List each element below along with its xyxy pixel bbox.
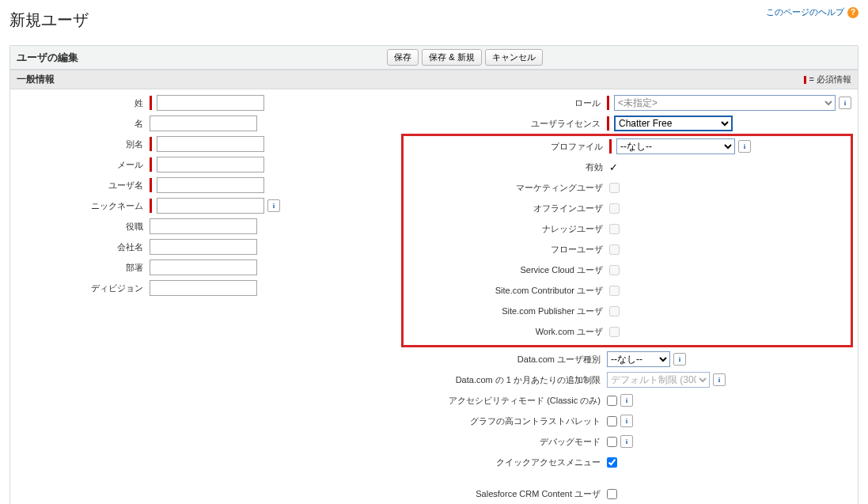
username-input[interactable] — [157, 177, 264, 193]
crm-content-user-checkbox[interactable] — [607, 489, 617, 499]
alias-input[interactable] — [157, 136, 264, 152]
help-link[interactable]: このページのヘルプ ? — [766, 6, 859, 18]
department-input[interactable] — [150, 260, 257, 275]
nickname-input[interactable] — [157, 198, 264, 214]
last-name-input[interactable] — [157, 95, 264, 111]
required-icon — [150, 96, 152, 110]
right-column: ロール <未指定> i ユーザライセンス Chatter Free プロファイル — [403, 94, 851, 504]
quick-access-checkbox[interactable] — [607, 457, 617, 468]
license-select[interactable]: Chatter Free — [614, 116, 733, 131]
debug-checkbox[interactable] — [607, 437, 617, 447]
nickname-label: ニックネーム — [17, 200, 150, 212]
required-icon — [150, 157, 152, 172]
offline-user-label: オフラインユーザ — [405, 203, 609, 214]
division-label: ディビジョン — [17, 282, 150, 294]
datacom-limit-label: Data.com の 1 か月あたりの追加制限 — [403, 374, 607, 386]
service-cloud-user-label: Service Cloud ユーザ — [405, 264, 609, 276]
datacom-limit-select: デフォルト制限 (300) — [607, 372, 710, 388]
required-legend: = 必須情報 — [804, 74, 851, 85]
section-title: 一般情報 — [17, 73, 55, 86]
active-label: 有効 — [405, 161, 609, 173]
cancel-button[interactable]: キャンセル — [485, 49, 543, 66]
help-icon: ? — [847, 7, 859, 18]
info-icon[interactable]: i — [620, 435, 633, 448]
info-icon[interactable]: i — [738, 140, 751, 153]
username-label: ユーザ名 — [17, 180, 150, 191]
title-label: 役職 — [17, 221, 150, 233]
info-icon[interactable]: i — [620, 394, 633, 407]
site-publisher-checkbox — [609, 306, 620, 316]
workcom-user-label: Work.com ユーザ — [405, 326, 609, 338]
service-cloud-user-checkbox — [609, 265, 620, 275]
info-icon[interactable]: i — [673, 353, 686, 366]
email-label: メール — [17, 159, 150, 171]
datacom-type-label: Data.com ユーザ種別 — [403, 354, 607, 366]
datacom-type-select[interactable]: --なし-- — [607, 351, 670, 367]
license-label: ユーザライセンス — [403, 118, 607, 130]
last-name-label: 姓 — [17, 97, 150, 109]
save-new-button[interactable]: 保存 & 新規 — [422, 49, 481, 66]
flow-user-label: フローユーザ — [405, 244, 609, 256]
required-icon — [609, 139, 612, 153]
contrast-label: グラフの高コントラストパレット — [403, 415, 607, 427]
contrast-checkbox[interactable] — [607, 416, 617, 426]
checkmark-icon: ✓ — [609, 161, 618, 173]
info-icon[interactable]: i — [620, 415, 633, 427]
workcom-user-checkbox — [609, 327, 620, 337]
first-name-label: 名 — [17, 118, 150, 130]
left-column: 姓 名 別名 メール ユーザ名 — [17, 94, 403, 504]
role-label: ロール — [403, 97, 607, 109]
company-input[interactable] — [150, 239, 257, 255]
a11y-label: アクセシビリティモード (Classic のみ) — [403, 395, 607, 407]
help-link-text: このページのヘルプ — [766, 6, 844, 18]
info-icon[interactable]: i — [267, 199, 280, 212]
save-button[interactable]: 保存 — [387, 49, 419, 66]
profile-select[interactable]: --なし-- — [616, 138, 735, 154]
required-bar-icon — [804, 76, 806, 84]
title-input[interactable] — [150, 218, 257, 234]
first-name-input[interactable] — [150, 116, 257, 131]
required-icon — [150, 199, 152, 213]
required-icon — [150, 137, 152, 151]
debug-label: デバッグモード — [403, 436, 607, 448]
required-icon — [607, 96, 609, 110]
edit-panel: ユーザの編集 保存 保存 & 新規 キャンセル 一般情報 = 必須情報 姓 名 — [9, 45, 859, 504]
department-label: 部署 — [17, 262, 150, 274]
knowledge-user-label: ナレッジユーザ — [405, 223, 609, 235]
profile-label: プロファイル — [405, 141, 609, 153]
email-input[interactable] — [157, 157, 264, 172]
role-select[interactable]: <未指定> — [614, 95, 836, 111]
site-contributor-label: Site.com Contributor ユーザ — [405, 285, 609, 297]
page-title: 新規ユーザ — [9, 9, 89, 31]
marketing-user-label: マーケティングユーザ — [405, 182, 609, 194]
division-input[interactable] — [150, 280, 257, 296]
panel-title: ユーザの編集 — [17, 51, 78, 65]
crm-content-user-label: Salesforce CRM Content ユーザ — [403, 488, 607, 500]
required-icon — [607, 116, 609, 131]
a11y-checkbox[interactable] — [607, 396, 617, 406]
info-icon[interactable]: i — [713, 373, 726, 386]
required-icon — [150, 178, 152, 192]
info-icon[interactable]: i — [839, 97, 851, 109]
knowledge-user-checkbox — [609, 224, 620, 234]
marketing-user-checkbox — [609, 183, 620, 193]
flow-user-checkbox — [609, 244, 620, 255]
company-label: 会社名 — [17, 241, 150, 253]
highlight-region: プロファイル --なし-- i 有効 ✓ マーケティングユーザ — [401, 134, 853, 347]
site-contributor-checkbox — [609, 286, 620, 296]
site-publisher-label: Site.com Publisher ユーザ — [405, 305, 609, 317]
alias-label: 別名 — [17, 138, 150, 150]
offline-user-checkbox — [609, 203, 620, 214]
quick-access-label: クイックアクセスメニュー — [403, 457, 607, 468]
